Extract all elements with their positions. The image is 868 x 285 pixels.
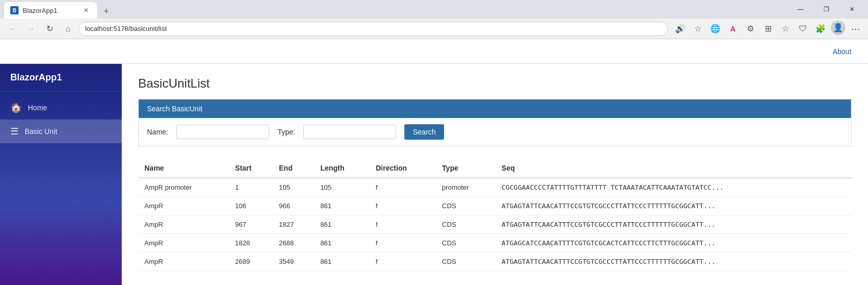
settings-icon[interactable]: ⚙ — [742, 21, 759, 37]
table-body: AmpR promoter 1 105 105 f promoter CGCGG… — [138, 178, 851, 271]
about-link[interactable]: About — [832, 47, 851, 56]
cell-length: 861 — [314, 215, 369, 234]
cell-direction: f — [369, 253, 436, 271]
cell-seq: ATGAGTATTCAACATTTCCGTGTCGCCCTTATTCCCTTTT… — [496, 253, 851, 271]
cell-seq: ATGAGTATTCAACATTTCCGTGTCGCCCTTATTCCCTTTT… — [496, 197, 851, 215]
name-input[interactable] — [176, 125, 269, 139]
cell-start: 2689 — [229, 253, 273, 271]
sidebar-item-home[interactable]: 🏠 Home — [0, 96, 122, 120]
favorites-icon[interactable]: ☆ — [690, 21, 706, 37]
main-content: BasicUnitList Search BasicUnit Name: Typ… — [122, 64, 868, 285]
search-panel-header: Search BasicUnit — [139, 99, 851, 118]
cell-length: 861 — [314, 234, 369, 253]
cell-seq: CGCGGAACCCCTATTTTGTTTATTTT TCTAAATACATTC… — [496, 178, 851, 197]
cell-type: CDS — [436, 253, 495, 271]
col-name: Name — [138, 159, 229, 178]
cell-start: 106 — [229, 197, 273, 215]
tab-favicon: B — [10, 6, 19, 14]
cell-direction: f — [369, 215, 436, 234]
cell-end: 105 — [273, 178, 314, 197]
col-length: Length — [314, 159, 369, 178]
cell-name: AmpR — [138, 197, 229, 215]
sidebar-item-basicunit[interactable]: ☰ Basic Unit — [0, 120, 122, 143]
window-close-button[interactable]: ✕ — [840, 0, 864, 19]
cell-length: 861 — [314, 197, 369, 215]
cell-start: 1 — [229, 178, 273, 197]
sidebar-label-basicunit: Basic Unit — [25, 127, 57, 136]
type-input[interactable] — [303, 125, 396, 139]
cell-type: CDS — [436, 215, 495, 234]
maximize-button[interactable]: ❐ — [814, 0, 838, 19]
table-row: AmpR 2689 3549 861 f CDS ATGAGTATTCAACAT… — [138, 253, 851, 271]
collections-icon[interactable]: ☆ — [777, 21, 794, 37]
cell-direction: f — [369, 178, 436, 197]
cell-name: AmpR promoter — [138, 178, 229, 197]
forward-button[interactable]: → — [23, 21, 39, 37]
browser-toolbar: ← → ↻ ⌂ 🔊 ☆ 🌐 A ⚙ ⊞ ☆ 🛡 🧩 👤 ⋯ — [0, 19, 868, 39]
table-row: AmpR promoter 1 105 105 f promoter CGCGG… — [138, 178, 851, 197]
address-bar[interactable] — [78, 22, 668, 36]
cell-length: 105 — [314, 178, 369, 197]
col-end: End — [273, 159, 314, 178]
cell-end: 1827 — [273, 215, 314, 234]
sidebar-label-home: Home — [28, 104, 47, 112]
page-title: BasicUnitList — [138, 76, 851, 91]
back-button[interactable]: ← — [4, 21, 21, 37]
browser-titlebar: B BlazorApp1 ✕ + — ❐ ✕ — [0, 0, 868, 19]
new-tab-button[interactable]: + — [99, 4, 113, 19]
basicunit-icon: ☰ — [10, 126, 19, 137]
table-row: AmpR 967 1827 861 f CDS ATGAGTATTCAACATT… — [138, 215, 851, 234]
table-row: AmpR 1828 2688 861 f CDS ATGAGCATCCAACAT… — [138, 234, 851, 253]
toolbar-actions: 🔊 ☆ 🌐 A ⚙ ⊞ ☆ 🛡 🧩 👤 ⋯ — [672, 21, 864, 37]
cell-type: CDS — [436, 197, 495, 215]
cell-direction: f — [369, 197, 436, 215]
cell-end: 2688 — [273, 234, 314, 253]
browser-compat-icon[interactable]: 🌐 — [707, 21, 724, 37]
col-direction: Direction — [369, 159, 436, 178]
edge-features-icon[interactable]: 🛡 — [795, 21, 811, 37]
split-screen-icon[interactable]: ⊞ — [760, 21, 776, 37]
cell-direction: f — [369, 234, 436, 253]
cell-name: AmpR — [138, 253, 229, 271]
cell-length: 861 — [314, 253, 369, 271]
cell-type: CDS — [436, 234, 495, 253]
cell-seq: ATGAGCATCCAACATTTTCGTGTCGCACTCATTCCCTTCT… — [496, 234, 851, 253]
app-header: About — [0, 39, 868, 64]
cell-name: AmpR — [138, 215, 229, 234]
col-start: Start — [229, 159, 273, 178]
data-table: Name Start End Length Direction Type Seq… — [138, 159, 851, 271]
sidebar-brand: BlazorApp1 — [0, 64, 122, 92]
browser-menu-button[interactable]: ⋯ — [847, 21, 864, 37]
sidebar: BlazorApp1 🏠 Home ☰ Basic Unit — [0, 64, 122, 285]
search-panel: Search BasicUnit Name: Type: Search — [138, 99, 851, 146]
copilot-icon[interactable]: A — [725, 21, 741, 37]
minimize-button[interactable]: — — [789, 0, 812, 19]
app-container: BlazorApp1 🏠 Home ☰ Basic Unit BasicUnit… — [0, 64, 868, 285]
search-button[interactable]: Search — [404, 124, 444, 140]
home-icon: 🏠 — [10, 102, 22, 113]
col-seq: Seq — [496, 159, 851, 178]
read-aloud-icon[interactable]: 🔊 — [672, 21, 689, 37]
cell-name: AmpR — [138, 234, 229, 253]
table-header: Name Start End Length Direction Type Seq — [138, 159, 851, 178]
home-button[interactable]: ⌂ — [60, 21, 76, 37]
cell-end: 3549 — [273, 253, 314, 271]
name-label: Name: — [147, 128, 168, 136]
profile-button[interactable]: 👤 — [831, 21, 845, 35]
browser-tab[interactable]: B BlazorApp1 ✕ — [4, 2, 97, 19]
extensions-icon[interactable]: 🧩 — [812, 21, 829, 37]
window-controls: — ❐ ✕ — [789, 0, 864, 19]
refresh-button[interactable]: ↻ — [41, 21, 58, 37]
cell-end: 966 — [273, 197, 314, 215]
table-row: AmpR 106 966 861 f CDS ATGAGTATTCAACATTT… — [138, 197, 851, 215]
tab-title: BlazorApp1 — [23, 7, 57, 14]
cell-seq: ATGAGTATTCAACATTTCCGTGTCGCCCTTATTCCCTTTT… — [496, 215, 851, 234]
tab-close-button[interactable]: ✕ — [81, 6, 91, 15]
sidebar-nav: 🏠 Home ☰ Basic Unit — [0, 92, 122, 147]
search-form: Name: Type: Search — [139, 118, 851, 146]
browser-chrome: B BlazorApp1 ✕ + — ❐ ✕ ← → ↻ ⌂ 🔊 ☆ 🌐 A ⚙… — [0, 0, 868, 39]
col-type: Type — [436, 159, 495, 178]
type-label: Type: — [277, 128, 295, 136]
cell-start: 967 — [229, 215, 273, 234]
cell-start: 1828 — [229, 234, 273, 253]
